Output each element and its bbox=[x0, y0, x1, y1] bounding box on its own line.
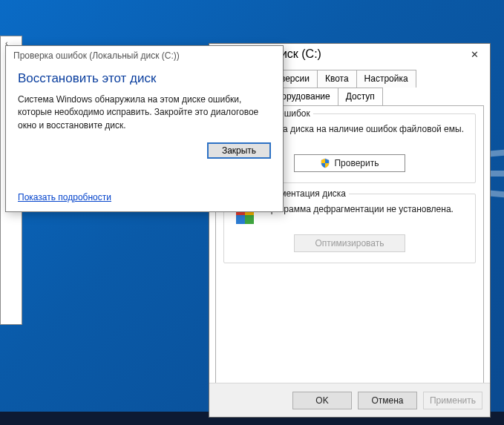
svg-rect-6 bbox=[236, 215, 245, 224]
optimize-button-label: Оптимизировать bbox=[315, 238, 384, 248]
error-dialog-title: Проверка ошибок (Локальный диск (C:)) bbox=[13, 50, 180, 61]
optimize-button: Оптимизировать bbox=[294, 234, 405, 252]
svg-rect-7 bbox=[245, 215, 254, 224]
cancel-button-label: Отмена bbox=[371, 395, 403, 406]
error-checking-text: верка диска на наличие ошибок файловой е… bbox=[264, 123, 464, 147]
uac-shield-icon bbox=[320, 158, 330, 168]
error-check-dialog: Проверка ошибок (Локальный диск (C:)) Во… bbox=[5, 45, 284, 212]
apply-button-label: Применить bbox=[430, 395, 476, 406]
error-dialog-body: Система Windows обнаружила на этом диске… bbox=[18, 93, 271, 132]
apply-button: Применить bbox=[423, 392, 482, 409]
tab-customize[interactable]: Настройка bbox=[356, 70, 416, 88]
close-button[interactable]: ✕ bbox=[459, 44, 490, 65]
tab-sharing[interactable]: Доступ bbox=[338, 88, 383, 106]
ok-button-label: OK bbox=[315, 395, 328, 406]
check-disk-button-label: Проверить bbox=[334, 158, 379, 168]
error-dialog-close-label: Закрыть bbox=[222, 145, 256, 156]
error-dialog-close-button[interactable]: Закрыть bbox=[207, 142, 271, 159]
show-details-link[interactable]: Показать подробности bbox=[18, 192, 111, 202]
defrag-text: Программа дефрагментации не установлена. bbox=[264, 203, 454, 227]
error-dialog-titlebar[interactable]: Проверка ошибок (Локальный диск (C:)) bbox=[6, 46, 283, 65]
error-dialog-heading: Восстановить этот диск bbox=[18, 71, 271, 86]
ok-button[interactable]: OK bbox=[292, 392, 352, 409]
close-icon: ✕ bbox=[471, 49, 479, 60]
properties-footer: OK Отмена Применить bbox=[209, 383, 490, 417]
cancel-button[interactable]: Отмена bbox=[358, 392, 417, 409]
check-disk-button[interactable]: Проверить bbox=[294, 154, 405, 172]
tab-quota[interactable]: Квота bbox=[317, 70, 357, 88]
